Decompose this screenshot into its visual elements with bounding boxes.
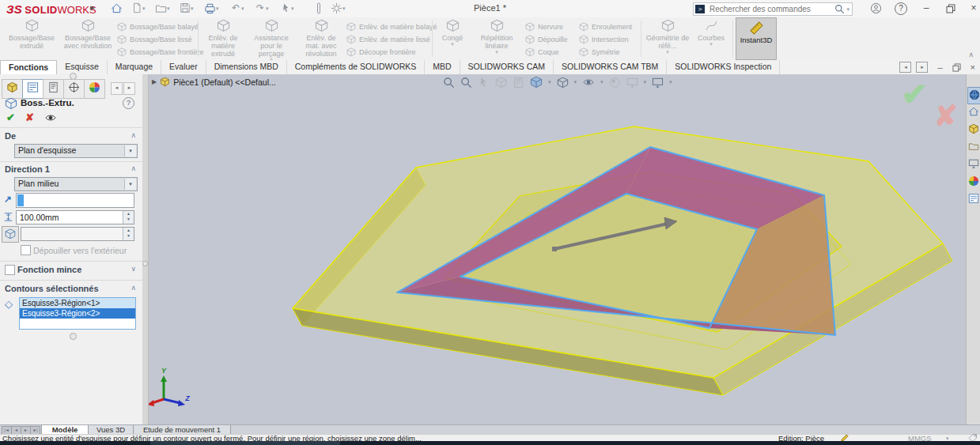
tab-dimensions-mbd[interactable]: Dimensions MBD — [206, 60, 287, 74]
tab-feature-manager[interactable] — [2, 79, 23, 99]
user-account-icon[interactable] — [865, 2, 886, 15]
search-input[interactable] — [708, 4, 834, 14]
edit-appearance-icon[interactable] — [609, 77, 621, 89]
ribbon-bossage-sweep-button[interactable]: Bossage/Base balayé — [117, 21, 199, 32]
ribbon-linear-pattern-button[interactable]: Répétition linéaire ▾ — [471, 19, 522, 58]
confirmation-cancel-button[interactable]: ✘ — [934, 100, 958, 133]
section-from-chevron[interactable]: ∧ — [131, 131, 136, 139]
ribbon-wrap-button[interactable]: Enroulement — [579, 21, 632, 32]
tab-solidworks-cam[interactable]: SOLIDWORKS CAM — [460, 60, 554, 74]
ribbon-instant3d-button[interactable]: Instant3D — [736, 17, 777, 60]
draft-angle-spinner[interactable]: ▲▼ — [21, 227, 134, 241]
thin-feature-checkbox[interactable] — [5, 265, 15, 277]
pm-ok-button[interactable]: ✔ — [6, 111, 15, 123]
section-direction-chevron[interactable]: ∧ — [131, 164, 136, 172]
tab-dimxpert-manager[interactable] — [63, 79, 85, 99]
ribbon-cut-boundary-button[interactable]: Découpe frontière — [346, 46, 416, 58]
ribbon-cut-revolve-button[interactable]: Enlèv. de mat. avec révolution — [299, 19, 343, 58]
tab-configuration-manager[interactable] — [43, 79, 64, 99]
from-dropdown[interactable]: Plan d'esquisse▾ — [14, 144, 138, 158]
vertical-splitter-handle[interactable] — [142, 261, 148, 266]
ribbon-draft-button[interactable]: Dépouille — [525, 33, 568, 45]
pm-cancel-button[interactable]: ✘ — [25, 111, 34, 123]
ribbon-cut-loft-button[interactable]: Enlèv. de matière lissé — [346, 33, 430, 45]
draft-angle-input[interactable] — [23, 228, 110, 240]
model-3d-preview[interactable]: X Y Z — [149, 74, 966, 424]
doc-restore-button[interactable] — [952, 62, 961, 73]
depth-spinner[interactable]: ▲▼ — [16, 210, 134, 224]
ribbon-fillet-button[interactable]: Congé ▾ — [435, 19, 470, 58]
draft-button[interactable] — [2, 226, 19, 243]
selected-contours-chevron[interactable]: ∧ — [131, 284, 136, 292]
display-style-icon[interactable] — [557, 77, 569, 89]
tree-expand-arrow[interactable]: ▶ — [152, 78, 157, 85]
doc-minimize-button[interactable]: – — [937, 62, 942, 72]
apply-scene-icon[interactable] — [626, 77, 638, 89]
list-item[interactable]: Esquisse3-Région<2> — [20, 308, 135, 319]
feature-tree-flyout[interactable]: ▶ Pièce1 (Default) <<Defaul... — [152, 77, 276, 87]
from-dropdown-caret[interactable]: ▾ — [124, 145, 136, 157]
selected-contours-list[interactable]: Esquisse3-Région<1> Esquisse3-Région<2> — [19, 297, 136, 330]
tab-complements[interactable]: Compléments de SOLIDWORKS — [287, 60, 425, 74]
ribbon-reference-geometry-button[interactable]: Géométrie de réfé... ▾ — [644, 19, 691, 58]
pane-left-icon[interactable]: ◂ — [899, 62, 911, 73]
hide-show-caret[interactable]: ▾ — [600, 79, 604, 85]
tab-mbd[interactable]: MBD — [425, 60, 460, 74]
ribbon-cut-extrude-button[interactable]: Enlèv. de matière extrudé — [201, 19, 245, 58]
view-orientation-icon[interactable] — [530, 76, 543, 89]
ribbon-collapse-chevron[interactable]: ∧ — [968, 51, 974, 58]
zoom-fit-icon[interactable] — [443, 77, 455, 89]
list-item-empty[interactable] — [20, 319, 135, 329]
zoom-area-icon[interactable] — [460, 77, 472, 89]
pm-help-icon[interactable]: ? — [123, 97, 134, 109]
pm-preview-eye-icon[interactable] — [44, 112, 57, 123]
command-search[interactable]: > ▾ — [693, 2, 853, 16]
resources-home-icon[interactable] — [967, 104, 980, 120]
view-palette-icon[interactable] — [967, 157, 980, 172]
ribbon-hole-wizard-button[interactable]: Assistance pour le perçage ▾ — [247, 19, 296, 58]
graphics-viewport[interactable]: X Y Z ▶ Pièce1 (Default) <<Defaul... ▾ ▾… — [149, 74, 966, 424]
help-icon[interactable]: ? — [891, 2, 911, 15]
view-orientation-caret[interactable]: ▾ — [548, 79, 551, 85]
view-settings-caret[interactable]: ▾ — [669, 79, 672, 85]
thin-feature-chevron[interactable]: ∨ — [131, 265, 136, 273]
tab-display-manager[interactable] — [84, 79, 105, 99]
minimize-button[interactable]: – — [916, 2, 936, 15]
ribbon-shell-button[interactable]: Coque — [525, 46, 559, 58]
appearances-icon[interactable] — [967, 174, 980, 190]
ribbon-curves-button[interactable]: Courbes ▾ — [693, 19, 729, 58]
design-library-icon[interactable] — [967, 122, 980, 138]
annotation-views-icon[interactable] — [513, 77, 524, 89]
tab-evaluer[interactable]: Evaluer — [161, 60, 206, 74]
depth-spin-arrows[interactable]: ▲▼ — [123, 211, 134, 224]
search-icon[interactable] — [834, 4, 845, 14]
tab-solidworks-inspection[interactable]: SOLIDWORKS Inspection — [667, 60, 780, 74]
vertical-splitter[interactable] — [142, 74, 149, 424]
tab-property-manager[interactable] — [22, 79, 44, 99]
section-view-icon[interactable] — [495, 77, 507, 89]
list-item[interactable]: Esquisse3-Région<1> — [20, 298, 135, 308]
restore-button[interactable] — [940, 2, 961, 15]
direction-reference-input[interactable] — [16, 193, 134, 208]
ribbon-bossage-revolve-button[interactable]: Bossage/Base avec révolution — [62, 19, 114, 58]
tab-solidworks-cam-tbm[interactable]: SOLIDWORKS CAM TBM — [554, 60, 667, 74]
ribbon-cut-sweep-button[interactable]: Enlèv. de matière balayé — [346, 21, 437, 32]
direction-dropdown-caret[interactable]: ▾ — [124, 179, 136, 190]
direction-dropdown[interactable]: Plan milieu▾ — [14, 177, 138, 191]
pane-right-icon[interactable]: ▸ — [916, 62, 928, 73]
hide-show-items-icon[interactable] — [582, 77, 595, 88]
apply-scene-caret[interactable]: ▾ — [644, 79, 647, 85]
ribbon-bossage-loft-button[interactable]: Bossage/Base lissé — [117, 33, 192, 45]
depth-value-input[interactable] — [18, 211, 110, 224]
tab-esquisse[interactable]: Esquisse — [57, 60, 108, 74]
ribbon-mirror-button[interactable]: Symétrie — [579, 46, 620, 58]
draft-outward-checkbox[interactable] — [21, 245, 31, 257]
custom-properties-icon[interactable] — [967, 191, 980, 207]
ribbon-bossage-extrude-button[interactable]: Bossage/Base extrudé — [3, 19, 60, 58]
display-style-caret[interactable]: ▾ — [574, 79, 577, 85]
listbox-resize-handle[interactable] — [70, 333, 77, 340]
file-explorer-icon[interactable] — [967, 139, 980, 155]
ribbon-intersect-button[interactable]: Intersection — [579, 33, 629, 45]
3d-contentcentral-icon[interactable] — [967, 87, 980, 104]
close-button[interactable]: × — [963, 2, 980, 15]
